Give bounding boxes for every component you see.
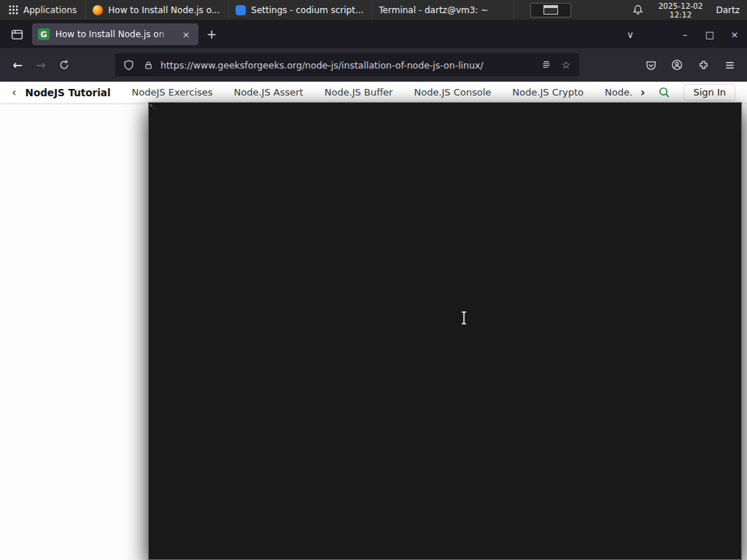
firefox-view-button[interactable]	[6, 23, 28, 45]
back-button[interactable]: ←	[6, 53, 29, 77]
site-nav-bar: ‹ NodeJS TutorialNodeJS ExercisesNode.JS…	[0, 82, 747, 103]
bell-icon	[632, 4, 643, 15]
pocket-icon	[646, 60, 657, 71]
panel-clock[interactable]: 2025-12-02 12:12	[654, 1, 707, 19]
site-nav-link[interactable]: Node.JS Assert	[234, 87, 303, 98]
reload-icon	[59, 60, 69, 70]
site-nav-link[interactable]: Node.JS Crypto	[512, 87, 584, 98]
pocket-button[interactable]	[639, 53, 662, 77]
window-maximize-button[interactable]: □	[697, 22, 722, 47]
clock-time: 12:12	[658, 10, 703, 19]
site-nav-link[interactable]: NodeJS Exercises	[132, 87, 213, 98]
clock-date: 2025-12-02	[658, 1, 703, 10]
codium-icon	[236, 5, 246, 15]
hamburger-menu-icon	[724, 60, 735, 71]
extensions-puzzle-icon	[698, 60, 709, 71]
geeksforgeeks-favicon: G	[38, 28, 50, 40]
url-text: https://www.geeksforgeeks.org/node-js/in…	[160, 60, 534, 71]
reload-button[interactable]	[53, 53, 76, 77]
taskbar-window-button[interactable]: Terminal - dartz@vm3: ~	[371, 0, 514, 20]
tab-close-button[interactable]: ×	[179, 28, 193, 41]
search-button[interactable]	[658, 86, 670, 98]
taskbar-window-label: Settings - codium script...	[251, 5, 363, 15]
browser-tab[interactable]: G How to Install Node.js on ×	[32, 23, 198, 45]
account-button[interactable]	[665, 53, 689, 77]
nav-prev-chevron[interactable]: ‹	[12, 87, 17, 98]
site-nav-link[interactable]: Node.JS Console	[414, 87, 491, 98]
applications-grid-icon	[9, 5, 18, 15]
session-user-button[interactable]: Dartz	[716, 5, 740, 15]
tracking-shield-icon[interactable]	[121, 58, 136, 72]
window-close-button[interactable]: ×	[722, 22, 747, 47]
site-nav-link[interactable]: NodeJS Tutorial	[26, 87, 111, 98]
taskbar: How to Install Node.js o...Settings - co…	[85, 0, 514, 20]
navigation-toolbar: ← → https://www.geeksforgeeks.org/node-j…	[0, 48, 747, 82]
reader-mode-button[interactable]	[539, 58, 554, 72]
menu-button[interactable]	[718, 53, 741, 77]
list-all-tabs-button[interactable]: ∨	[620, 24, 640, 44]
taskbar-window-button[interactable]: How to Install Node.js o...	[85, 0, 228, 20]
tab-bar: G How to Install Node.js on × + ∨ – □ ×	[0, 20, 747, 48]
applications-menu-button[interactable]: Applications	[0, 0, 85, 20]
lock-icon[interactable]	[141, 58, 155, 72]
tab-title: How to Install Node.js on	[55, 29, 174, 39]
site-nav-links: NodeJS TutorialNodeJS ExercisesNode.JS A…	[26, 87, 632, 98]
mouse-cursor-ibeam	[460, 311, 468, 325]
taskbar-window-button[interactable]: Settings - codium script...	[228, 0, 371, 20]
notification-bell-button[interactable]	[632, 4, 643, 15]
search-icon	[658, 86, 670, 98]
sign-in-button[interactable]: Sign In	[684, 84, 735, 101]
nav-next-chevron[interactable]: ›	[640, 87, 646, 98]
site-nav-link[interactable]: Node.JS Buffer	[325, 87, 393, 98]
extensions-button[interactable]	[692, 53, 715, 77]
account-icon	[671, 59, 683, 71]
taskbar-window-label: How to Install Node.js o...	[108, 5, 220, 15]
workspace-switcher[interactable]	[530, 3, 571, 18]
window-minimize-button[interactable]: –	[673, 22, 697, 47]
forward-button[interactable]: →	[29, 53, 53, 77]
firefox-view-icon	[11, 28, 23, 41]
firefox-icon	[93, 5, 103, 15]
site-nav-link[interactable]: Node.JS DNS	[605, 87, 632, 98]
url-bar[interactable]: https://www.geeksforgeeks.org/node-js/in…	[115, 53, 579, 77]
workspace-window-thumbnail	[543, 5, 558, 15]
desktop-top-panel: Applications How to Install Node.js o...…	[0, 0, 747, 20]
bookmark-star-button[interactable]: ☆	[559, 58, 573, 72]
new-tab-button[interactable]: +	[201, 24, 222, 44]
taskbar-window-label: Terminal - dartz@vm3: ~	[379, 5, 488, 15]
applications-menu-label: Applications	[23, 5, 77, 15]
